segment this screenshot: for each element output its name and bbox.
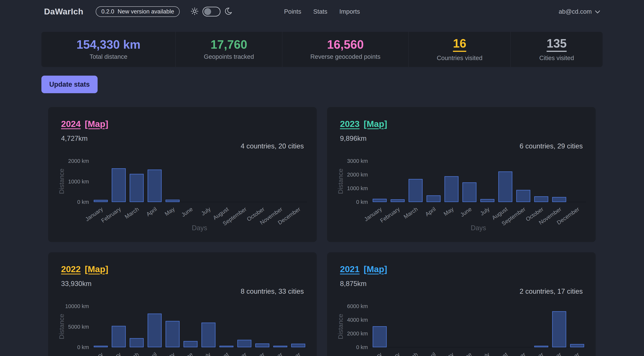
x-axis-title: Days <box>192 224 207 232</box>
map-link[interactable]: [Map] <box>85 119 108 129</box>
y-tick-label: 2000 km <box>347 331 368 337</box>
nav-item-points[interactable]: Points <box>284 8 302 15</box>
year-bar-chart: 10000 km5000 km0 kmDistanceJanuaryFebrua… <box>48 299 317 356</box>
bar <box>202 323 215 347</box>
x-tick-label: April <box>145 206 158 217</box>
bar <box>112 169 126 202</box>
bar <box>391 200 404 202</box>
bar-chart-svg: 2000 km1000 km0 kmDistanceJanuaryFebruar… <box>48 154 317 242</box>
x-tick-label: May <box>442 351 454 356</box>
bar <box>256 344 269 347</box>
x-tick-label: February <box>379 206 401 224</box>
stats-bar: 154,330 km Total distance 17,760 Geopoin… <box>42 32 602 67</box>
bar <box>463 183 476 202</box>
bar <box>274 346 287 347</box>
year-summary: 4 countries, 20 cities <box>241 142 304 150</box>
nav-item-imports[interactable]: Imports <box>339 8 360 15</box>
x-tick-label: January <box>84 351 104 356</box>
stat-reverse-geocoded: 16,560 Reverse geocoded points <box>282 32 409 67</box>
stat-label: Countries visited <box>437 54 482 61</box>
stat-label: Cities visited <box>539 54 574 61</box>
card-title: 2021 [Map] <box>340 264 583 274</box>
bar <box>130 174 144 202</box>
map-link[interactable]: [Map] <box>364 119 387 129</box>
year-link[interactable]: 2022 <box>61 264 81 274</box>
x-tick-label: July <box>200 206 212 217</box>
bar <box>373 327 386 347</box>
x-tick-label: July <box>200 351 212 356</box>
app-logo[interactable]: DaWarIch <box>44 7 83 16</box>
y-tick-label: 0 km <box>77 344 89 350</box>
year-link[interactable]: 2024 <box>61 119 81 129</box>
y-tick-label: 0 km <box>356 344 368 350</box>
card-title: 2022 [Map] <box>61 264 304 274</box>
y-tick-label: 3000 km <box>347 158 368 164</box>
bar <box>499 172 512 202</box>
nav-item-stats[interactable]: Stats <box>313 8 327 15</box>
y-axis-title: Distance <box>337 168 344 194</box>
theme-toggle[interactable] <box>202 7 220 16</box>
bar <box>552 197 566 202</box>
year-link[interactable]: 2021 <box>340 264 360 274</box>
x-tick-label: May <box>442 206 454 217</box>
x-tick-label: October <box>525 351 544 356</box>
version-badge[interactable]: 0.2.0 New version available <box>96 6 180 17</box>
year-card-2022: 2022 [Map] 33,930km 8 countries, 33 citi… <box>48 252 317 356</box>
map-link[interactable]: [Map] <box>364 264 387 274</box>
x-tick-label: April <box>145 351 158 356</box>
stat-cities: 135 Cities visited <box>510 32 602 67</box>
year-card-2023: 2023 [Map] 9,896km 6 countries, 29 citie… <box>327 107 596 242</box>
bar <box>220 346 233 347</box>
stat-label: Total distance <box>90 53 128 60</box>
bar-chart-svg: 10000 km5000 km0 kmDistanceJanuaryFebrua… <box>48 299 317 356</box>
year-distance: 4,727km <box>61 135 304 142</box>
x-tick-label: May <box>164 206 176 217</box>
x-tick-label: June <box>459 351 472 356</box>
bar <box>373 199 386 202</box>
x-tick-label: March <box>402 351 419 356</box>
theme-switcher <box>190 7 232 16</box>
y-axis-title: Distance <box>337 314 344 339</box>
x-tick-label: April <box>424 206 437 217</box>
y-tick-label: 2000 km <box>347 172 368 178</box>
countries-visited-link[interactable]: 16 <box>453 37 466 52</box>
x-tick-label: March <box>124 206 140 220</box>
year-distance: 33,930km <box>61 280 304 288</box>
bar <box>481 199 494 202</box>
bar <box>184 341 197 347</box>
update-stats-button[interactable]: Update stats <box>42 76 98 93</box>
bar <box>570 344 584 347</box>
stat-label: Geopoints tracked <box>204 53 254 60</box>
x-tick-label: February <box>100 206 122 224</box>
bar <box>534 346 548 347</box>
x-tick-label: June <box>180 206 194 218</box>
stat-value: 154,330 km <box>76 38 140 50</box>
sun-icon <box>190 7 199 16</box>
map-link[interactable]: [Map] <box>85 264 108 274</box>
stat-countries: 16 Countries visited <box>408 32 510 67</box>
y-tick-label: 5000 km <box>68 324 89 330</box>
user-menu[interactable]: ab@cd.com <box>558 8 600 15</box>
x-tick-label: January <box>363 351 383 356</box>
year-summary: 2 countries, 17 cities <box>520 288 583 295</box>
toggle-knob <box>204 8 211 15</box>
bar <box>534 197 548 202</box>
cities-visited-link[interactable]: 135 <box>546 37 567 52</box>
chevron-down-icon <box>595 8 600 15</box>
year-link[interactable]: 2023 <box>340 119 360 129</box>
card-title: 2023 [Map] <box>340 119 583 129</box>
bar <box>292 344 305 347</box>
bar <box>166 321 179 347</box>
x-tick-label: October <box>246 351 266 356</box>
y-tick-label: 4000 km <box>347 317 368 323</box>
y-tick-label: 1000 km <box>347 185 368 191</box>
x-tick-label: August <box>212 351 230 356</box>
y-tick-label: 0 km <box>356 199 368 205</box>
y-tick-label: 6000 km <box>347 303 368 309</box>
header: DaWarIch 0.2.0 New version available <box>0 0 644 23</box>
year-bar-chart: 2000 km1000 km0 kmDistanceJanuaryFebruar… <box>48 154 317 242</box>
stat-label: Reverse geocoded points <box>310 53 380 60</box>
x-tick-label: July <box>479 206 491 217</box>
stat-value: 17,760 <box>210 38 247 50</box>
version-message: New version available <box>118 8 174 15</box>
